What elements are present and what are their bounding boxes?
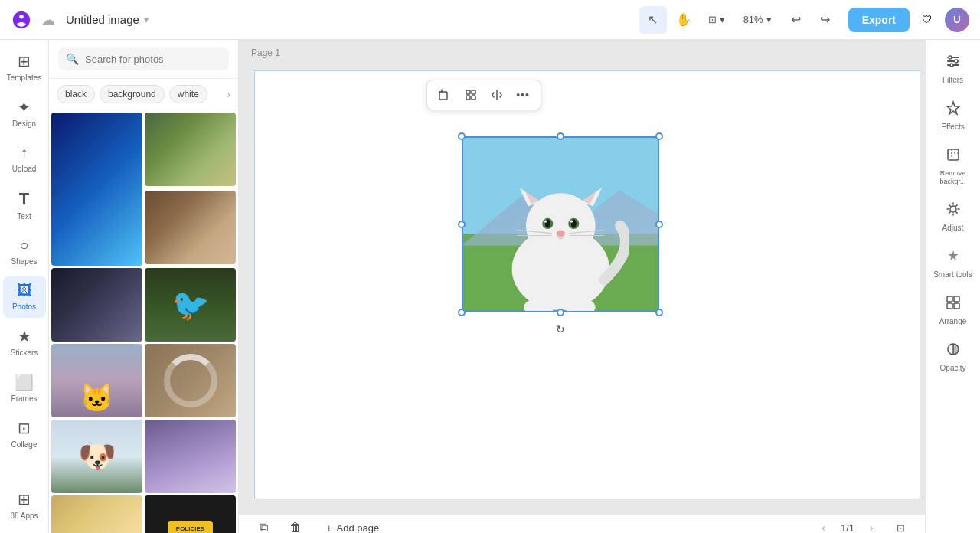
handle-top-left[interactable]	[458, 132, 466, 140]
remove-bg-icon	[946, 147, 961, 166]
tag-black[interactable]: black	[57, 85, 95, 103]
pages-grid-button[interactable]: ⊡	[888, 515, 913, 533]
svg-rect-35	[954, 303, 959, 309]
svg-rect-3	[466, 96, 470, 100]
right-panel: Filters Effects Remove backgr...	[925, 40, 980, 533]
sidebar-item-frames[interactable]: ⬜ Frames	[3, 367, 46, 410]
hand-tool-button[interactable]: ✋	[670, 6, 697, 34]
filters-icon	[946, 54, 961, 73]
topbar-tools: ↖ ✋ ⊡ ▾ 81% ▾ ↩ ↪ Export 🛡 U	[639, 6, 971, 34]
right-item-filters[interactable]: Filters	[929, 47, 977, 91]
svg-rect-4	[472, 96, 475, 100]
search-input-wrap: 🔍	[58, 47, 229, 70]
sidebar-item-photos[interactable]: 🖼 Photos	[3, 276, 46, 318]
export-button[interactable]: Export	[848, 8, 910, 32]
delete-page-button[interactable]: 🗑	[283, 515, 308, 533]
page-navigation: ‹ 1/1 › ⊡	[813, 515, 913, 533]
right-item-smart-tools[interactable]: Smart tools	[929, 242, 977, 286]
right-item-label: Effects	[941, 123, 964, 132]
selected-image-container[interactable]: ↻	[462, 136, 659, 312]
handle-top-right[interactable]	[655, 132, 663, 140]
sidebar-item-templates[interactable]: ⊞ Templates	[3, 46, 46, 89]
add-page-label: Add page	[337, 522, 380, 534]
sidebar-item-upload[interactable]: ↑ Upload	[3, 138, 46, 180]
sidebar-item-design[interactable]: ✦ Design	[3, 92, 46, 135]
prev-page-button[interactable]: ‹	[813, 517, 835, 533]
stickers-icon: ★	[18, 327, 31, 345]
more-options-button[interactable]: •••	[511, 83, 534, 106]
right-item-effects[interactable]: Effects	[929, 94, 977, 138]
sidebar-item-shapes[interactable]: ○ Shapes	[3, 231, 46, 273]
list-item[interactable]: 🐱	[51, 344, 142, 417]
canvas-container: ↻	[239, 40, 925, 515]
handle-top-middle[interactable]	[557, 132, 564, 140]
right-item-adjust[interactable]: Adjust	[929, 195, 977, 239]
redo-button[interactable]: ↪	[812, 6, 839, 34]
right-item-remove-bg[interactable]: Remove backgr...	[929, 141, 977, 192]
sidebar-item-stickers[interactable]: ★ Stickers	[3, 321, 46, 364]
photos-panel: 🔍 black background white ›	[49, 40, 239, 533]
canvas-page[interactable]: ↻	[254, 70, 920, 499]
tag-background[interactable]: background	[100, 85, 165, 103]
svg-rect-0	[439, 92, 447, 100]
right-item-opacity[interactable]: Opacity	[929, 335, 977, 379]
view-options-button[interactable]: ⊡ ▾	[701, 9, 733, 30]
title-chevron-icon[interactable]: ▾	[144, 15, 149, 25]
smart-crop-button[interactable]	[459, 83, 482, 106]
zoom-button[interactable]: 81% ▾	[736, 9, 779, 30]
handle-bottom-middle[interactable]	[557, 309, 564, 316]
handle-bottom-right[interactable]	[655, 309, 663, 316]
handle-middle-right[interactable]	[655, 221, 663, 228]
right-item-label: Filters	[942, 76, 963, 85]
sidebar-item-label: Templates	[7, 74, 42, 83]
arrange-icon	[946, 295, 961, 314]
right-item-arrange[interactable]: Arrange	[929, 289, 977, 332]
rotate-handle[interactable]: ↻	[554, 323, 567, 335]
undo-button[interactable]: ↩	[782, 6, 810, 34]
text-icon: T	[19, 189, 29, 209]
handle-bottom-left[interactable]	[458, 309, 466, 316]
add-page-button[interactable]: + Add page	[315, 518, 390, 534]
crop-button[interactable]	[433, 83, 456, 106]
more-dots-icon: •••	[516, 89, 530, 101]
list-item[interactable]: POLICIESREQUIRED	[145, 495, 236, 533]
shield-button[interactable]: 🛡	[913, 6, 940, 34]
handle-middle-left[interactable]	[458, 221, 466, 228]
list-item[interactable]	[145, 344, 236, 417]
right-item-label: Opacity	[940, 364, 966, 373]
upload-icon: ↑	[21, 144, 28, 162]
frames-icon: ⬜	[15, 373, 34, 391]
undo-redo-area: ↩ ↪	[782, 6, 839, 34]
list-item[interactable]	[51, 268, 142, 342]
flip-button[interactable]	[485, 83, 508, 106]
select-tool-button[interactable]: ↖	[639, 6, 667, 34]
sidebar-item-collage[interactable]: ⊡ Collage	[3, 413, 46, 456]
topbar: ☁ Untitled image ▾ ↖ ✋ ⊡ ▾ 81% ▾ ↩ ↪ Exp…	[0, 0, 980, 40]
list-item[interactable]	[51, 495, 142, 533]
next-page-button[interactable]: ›	[861, 517, 882, 533]
view-chevron: ▾	[720, 14, 725, 25]
list-item[interactable]: 🐶	[51, 420, 142, 493]
list-item[interactable]	[145, 191, 236, 264]
sidebar-item-label: 88 Apps	[10, 512, 38, 521]
list-item[interactable]	[145, 113, 236, 186]
cloud-icon: ☁	[41, 11, 55, 28]
document-title[interactable]: Untitled image	[66, 13, 139, 26]
sidebar-item-label: Shapes	[11, 257, 38, 266]
tag-arrow-icon[interactable]: ›	[227, 88, 230, 100]
design-icon: ✦	[18, 98, 31, 116]
sidebar-item-apps[interactable]: ⊞ 88 Apps	[3, 484, 46, 527]
user-avatar-button[interactable]: U	[943, 6, 971, 34]
sidebar-item-label: Stickers	[11, 348, 38, 358]
list-item[interactable]	[145, 420, 236, 493]
search-input[interactable]	[85, 54, 221, 65]
svg-rect-30	[948, 149, 959, 160]
list-item[interactable]	[51, 113, 142, 266]
tag-white[interactable]: white	[169, 85, 207, 103]
svg-rect-34	[947, 303, 952, 309]
title-area: Untitled image ▾	[66, 13, 149, 26]
list-item[interactable]: 🐦	[145, 268, 236, 342]
logo-button[interactable]	[9, 8, 34, 32]
sidebar-item-text[interactable]: T Text	[3, 183, 46, 227]
copy-page-button[interactable]: ⧉	[251, 515, 276, 533]
